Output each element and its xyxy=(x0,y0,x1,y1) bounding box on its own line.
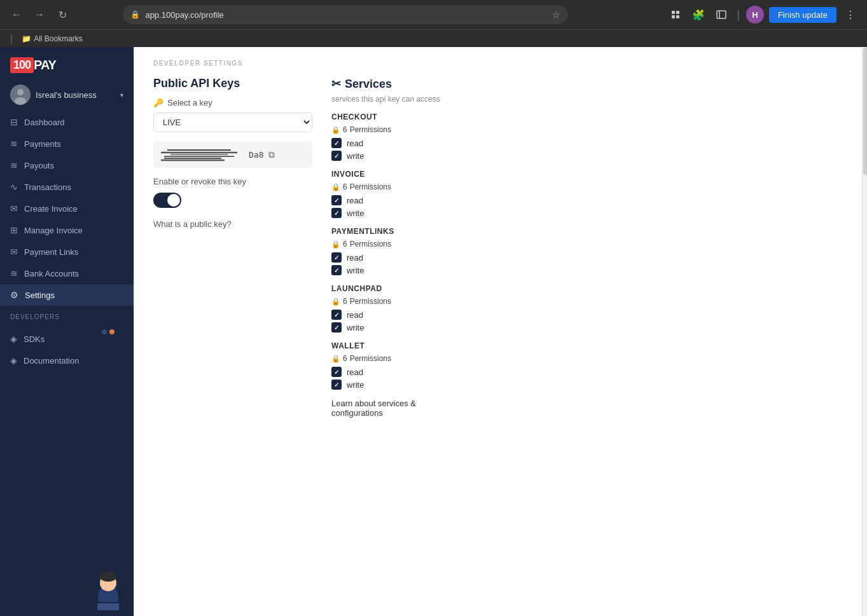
wallet-write-checkbox[interactable] xyxy=(331,380,342,390)
paymentlinks-write-row: write xyxy=(331,265,586,275)
invoice-write-checkbox[interactable] xyxy=(331,208,342,218)
services-subtitle: services this api key can access xyxy=(331,95,586,104)
checkout-read-label: read xyxy=(347,139,363,148)
dev-dots xyxy=(102,329,114,334)
paymentlinks-write-checkbox[interactable] xyxy=(331,265,342,275)
forward-button[interactable]: → xyxy=(31,6,48,24)
launchpad-write-checkbox[interactable] xyxy=(331,322,342,332)
sidebar: 100 PAY Isreal's business ▾ ⊟ Dashboard xyxy=(0,47,134,616)
invoice-read-checkbox[interactable] xyxy=(331,195,342,205)
svg-rect-13 xyxy=(97,603,119,610)
user-name: Isreal's business xyxy=(36,90,115,100)
sidebar-item-payments[interactable]: ≋ Payments xyxy=(0,133,134,154)
sidebar-item-payment-links[interactable]: ✉ Payment Links xyxy=(0,241,134,263)
logo-100: 100 xyxy=(10,57,34,73)
scrollbar-track xyxy=(862,47,867,616)
dev-character-illustration xyxy=(89,569,127,616)
wallet-write-row: write xyxy=(331,380,586,390)
scrollbar-thumb[interactable] xyxy=(863,48,867,175)
paymentlinks-read-checkbox[interactable] xyxy=(331,252,342,263)
enable-revoke-label: Enable or revoke this key xyxy=(153,177,312,186)
service-launchpad: LAUNCHPAD 🔒 6 Permissions read wri xyxy=(331,284,586,332)
wallet-permissions-header: 🔒 6 Permissions xyxy=(331,354,586,363)
service-checkout: CHECKOUT 🔒 6 Permissions read writ xyxy=(331,113,586,161)
api-key-suffix: Da8 xyxy=(249,150,263,160)
launchpad-permissions-header: 🔒 6 Permissions xyxy=(331,297,586,306)
enable-key-toggle[interactable] xyxy=(153,193,181,208)
toggle-knob xyxy=(167,194,180,207)
checkout-write-checkbox[interactable] xyxy=(331,151,342,161)
public-api-keys-panel: Public API Keys 🔑 Select a key LIVE xyxy=(153,77,312,418)
invoice-permissions-header: 🔒 6 Permissions xyxy=(331,182,586,191)
panel-title: Public API Keys xyxy=(153,77,312,90)
menu-button[interactable]: ⋮ xyxy=(842,6,859,24)
reload-button[interactable]: ↻ xyxy=(53,6,71,24)
dashboard-icon: ⊟ xyxy=(10,117,18,127)
launchpad-read-checkbox[interactable] xyxy=(331,310,342,320)
finish-update-button[interactable]: Finish update xyxy=(769,7,836,23)
address-bar: 🔒 app.100pay.co/profile ☆ xyxy=(123,5,568,24)
lock-icon-checkout: 🔒 xyxy=(331,126,340,134)
checkout-write-row: write xyxy=(331,151,586,161)
lock-icon-paymentlinks: 🔒 xyxy=(331,240,340,249)
paymentlinks-label: PAYMENTLINKS xyxy=(331,227,586,236)
user-profile-button[interactable]: H xyxy=(746,6,764,24)
sdks-icon: ◈ xyxy=(10,334,17,344)
toggle-wrapper xyxy=(153,193,312,208)
transactions-icon: ∿ xyxy=(10,182,18,192)
lock-icon-launchpad: 🔒 xyxy=(331,298,340,306)
payouts-icon: ≋ xyxy=(10,160,18,170)
sidebar-toggle-button[interactable] xyxy=(712,6,730,24)
wallet-label: WALLET xyxy=(331,341,586,350)
sidebar-item-dashboard[interactable]: ⊟ Dashboard xyxy=(0,111,134,133)
avatar xyxy=(10,85,31,105)
wallet-read-checkbox[interactable] xyxy=(331,367,342,377)
paymentlinks-read-row: read xyxy=(331,252,586,263)
logo-pay: PAY xyxy=(34,58,56,72)
section-label: DEVELOPER SETTINGS xyxy=(153,60,586,67)
svg-point-11 xyxy=(100,572,116,582)
dev-settings-grid: Public API Keys 🔑 Select a key LIVE xyxy=(153,77,586,418)
user-section[interactable]: Isreal's business ▾ xyxy=(0,78,134,111)
all-bookmarks-link[interactable]: 📁 All Bookmarks xyxy=(18,33,87,44)
services-title: ✂ Services xyxy=(331,77,586,91)
select-key-label: 🔑 Select a key xyxy=(153,98,312,107)
copy-icon[interactable]: ⧉ xyxy=(268,149,275,160)
what-is-public-key-link[interactable]: What is a public key? xyxy=(153,219,232,229)
key-icon: 🔑 xyxy=(153,98,163,107)
sidebar-item-settings[interactable]: ⚙ Settings xyxy=(0,284,134,306)
checkout-read-checkbox[interactable] xyxy=(331,138,342,148)
paymentlinks-permissions-header: 🔒 6 Permissions xyxy=(331,240,586,249)
back-button[interactable]: ← xyxy=(8,6,25,24)
browser-chrome: ← → ↻ 🔒 app.100pay.co/profile ☆ 🧩 | H Fi… xyxy=(0,0,867,29)
learn-more-link[interactable]: Learn about services & configurations xyxy=(331,399,586,418)
documentation-icon: ◈ xyxy=(10,355,17,366)
lock-icon-wallet: 🔒 xyxy=(331,355,340,363)
sidebar-item-payouts[interactable]: ≋ Payouts xyxy=(0,154,134,176)
scissors-icon: ✂ xyxy=(331,77,341,91)
payment-links-icon: ✉ xyxy=(10,247,18,257)
lock-icon: 🔒 xyxy=(130,10,140,19)
checkout-read-row: read xyxy=(331,138,586,148)
lock-icon-invoice: 🔒 xyxy=(331,183,340,191)
sidebar-item-transactions[interactable]: ∿ Transactions xyxy=(0,176,134,198)
key-selector[interactable]: LIVE xyxy=(153,113,312,132)
bookmark-star-icon[interactable]: ☆ xyxy=(552,10,560,20)
logo: 100 PAY xyxy=(10,57,123,73)
services-panel: ✂ Services services this api key can acc… xyxy=(331,77,586,418)
main-content: DEVELOPER SETTINGS Public API Keys 🔑 Sel… xyxy=(134,47,862,616)
puzzle-button[interactable]: 🧩 xyxy=(690,6,707,24)
service-paymentlinks: PAYMENTLINKS 🔒 6 Permissions read xyxy=(331,227,586,275)
invoice-read-row: read xyxy=(331,195,586,205)
sidebar-item-create-invoice[interactable]: ✉ Create Invoice xyxy=(0,198,134,219)
sidebar-item-bank-accounts[interactable]: ≋ Bank Accounts xyxy=(0,263,134,284)
wallet-read-row: read xyxy=(331,367,586,377)
bank-accounts-icon: ≋ xyxy=(10,268,18,278)
extensions-button[interactable] xyxy=(667,6,684,24)
url-text[interactable]: app.100pay.co/profile xyxy=(145,10,547,20)
sidebar-item-documentation[interactable]: ◈ Documentation xyxy=(0,350,134,371)
svg-point-7 xyxy=(17,89,24,95)
launchpad-read-row: read xyxy=(331,310,586,320)
sidebar-item-manage-invoice[interactable]: ⊞ Manage Invoice xyxy=(0,219,134,241)
chevron-down-icon: ▾ xyxy=(120,92,123,99)
